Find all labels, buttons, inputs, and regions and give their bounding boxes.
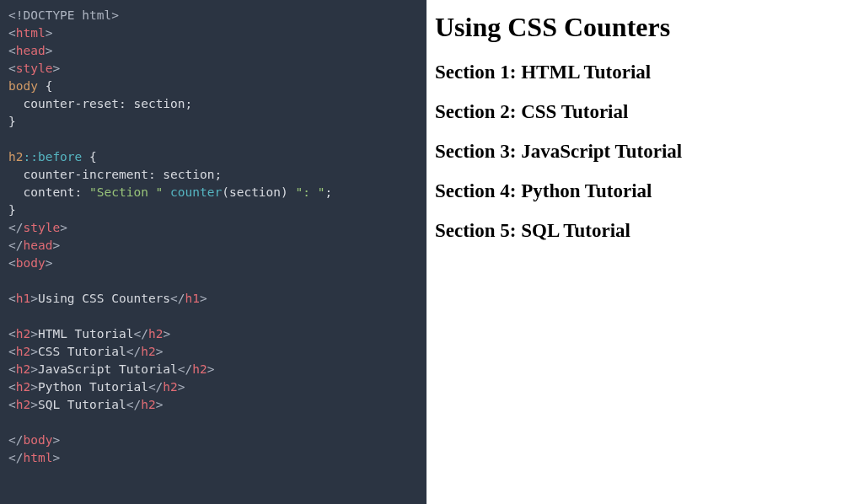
code-tag-h2: h2 (16, 345, 30, 358)
code-semi: ; (325, 185, 332, 199)
code-tag-h2: h2 (16, 362, 30, 376)
code-bracket: > (163, 327, 170, 340)
output-section: Section 2: CSS Tutorial (435, 101, 845, 123)
code-text-h2: SQL Tutorial (38, 398, 126, 411)
code-bracket: > (207, 362, 215, 376)
code-prop (8, 97, 23, 110)
code-semi: ; (214, 168, 222, 181)
code-bracket: > (46, 44, 53, 57)
code-bracket: </ (126, 398, 141, 411)
code-bracket: </ (8, 451, 23, 464)
code-tag-head: head (16, 44, 46, 57)
code-prop-content: content (23, 185, 74, 199)
code-tag-h2: h2 (16, 327, 30, 340)
code-tag-head-close: head (23, 239, 52, 252)
code-tag-h2-close: h2 (192, 362, 207, 376)
code-tag-html-close: html (23, 451, 52, 464)
output-section: Section 5: SQL Tutorial (435, 220, 845, 242)
code-bracket: > (178, 380, 185, 394)
code-tag-h2-close: h2 (141, 345, 155, 358)
code-colon: : (75, 185, 89, 199)
code-tag-h1: h1 (16, 292, 30, 305)
code-tag-body-close: body (23, 433, 52, 447)
code-value: section (163, 168, 214, 181)
code-bracket: </ (8, 239, 23, 252)
code-colon: : (119, 97, 133, 110)
code-text-h2: JavaScript Tutorial (38, 362, 178, 376)
code-tag-h2: h2 (16, 380, 30, 394)
code-value: section (133, 97, 185, 110)
code-bracket: </ (148, 380, 163, 394)
code-bracket: > (30, 398, 38, 411)
output-preview-panel: Using CSS Counters Section 1: HTML Tutor… (426, 0, 853, 504)
code-bracket: < (8, 256, 16, 270)
code-bracket: < (8, 292, 16, 305)
code-bracket: < (8, 44, 16, 57)
code-bracket: </ (126, 345, 141, 358)
code-colon: : (148, 168, 163, 181)
code-bracket: < (8, 380, 16, 394)
code-func-counter: counter (170, 185, 222, 199)
code-prop-counter-increment: counter-increment (23, 168, 148, 181)
code-bracket: > (60, 221, 67, 234)
code-selector-body: body (8, 79, 38, 93)
output-section: Section 4: Python Tutorial (435, 180, 845, 202)
code-bracket: < (8, 26, 16, 40)
code-bracket: < (8, 345, 16, 358)
output-section: Section 3: JavaScript Tutorial (435, 141, 845, 163)
code-tag-h2-close: h2 (148, 327, 163, 340)
output-section: Section 1: HTML Tutorial (435, 62, 845, 83)
code-bracket: > (156, 345, 164, 358)
code-doctype: <!DOCTYPE html> (8, 8, 119, 22)
output-heading: Using CSS Counters (435, 12, 845, 43)
code-prop (8, 168, 23, 181)
code-bracket: > (30, 292, 38, 305)
code-bracket: > (30, 362, 38, 376)
code-tag-html: html (16, 26, 46, 40)
code-bracket: > (52, 451, 60, 464)
code-editor-panel[interactable]: <!DOCTYPE html> <html> <head> <style> bo… (0, 0, 426, 504)
code-bracket: > (52, 62, 60, 75)
code-brace: } (8, 115, 16, 128)
code-bracket: </ (8, 433, 23, 447)
code-bracket: < (8, 62, 16, 75)
code-bracket: < (8, 362, 16, 376)
code-tag-h2: h2 (16, 398, 30, 411)
code-semi: ; (185, 97, 193, 110)
code-text-h2: HTML Tutorial (38, 327, 134, 340)
code-text-h2: Python Tutorial (38, 380, 148, 394)
code-tag-style-close: style (23, 221, 60, 234)
code-prop (8, 185, 23, 199)
code-bracket: < (8, 327, 16, 340)
code-tag-body: body (16, 256, 46, 270)
code-bracket: > (30, 345, 38, 358)
code-tag-h2-close: h2 (141, 398, 155, 411)
code-bracket: > (156, 398, 164, 411)
code-brace: { (82, 150, 96, 164)
code-bracket: > (52, 239, 60, 252)
code-bracket: > (46, 256, 53, 270)
code-brace: } (8, 203, 16, 217)
code-arg: section (229, 185, 281, 199)
code-prop-counter-reset: counter-reset (23, 97, 119, 110)
code-bracket: </ (170, 292, 185, 305)
code-bracket: < (8, 398, 16, 411)
code-bracket: > (200, 292, 207, 305)
code-paren: ( (222, 185, 229, 199)
code-space (163, 185, 170, 199)
code-text-h2: CSS Tutorial (38, 345, 126, 358)
code-tag-h1-close: h1 (185, 292, 200, 305)
code-paren: ) (281, 185, 295, 199)
code-text-h1: Using CSS Counters (38, 292, 170, 305)
code-selector-h2: h2 (8, 150, 23, 164)
code-string: ": " (296, 185, 325, 199)
code-bracket: > (30, 327, 38, 340)
code-bracket: </ (178, 362, 192, 376)
code-string: "Section " (89, 185, 163, 199)
code-bracket: </ (8, 221, 23, 234)
code-tag-style: style (16, 62, 53, 75)
code-bracket: > (52, 433, 60, 447)
code-brace: { (38, 79, 52, 93)
code-tag-h2-close: h2 (163, 380, 177, 394)
code-bracket: </ (133, 327, 148, 340)
